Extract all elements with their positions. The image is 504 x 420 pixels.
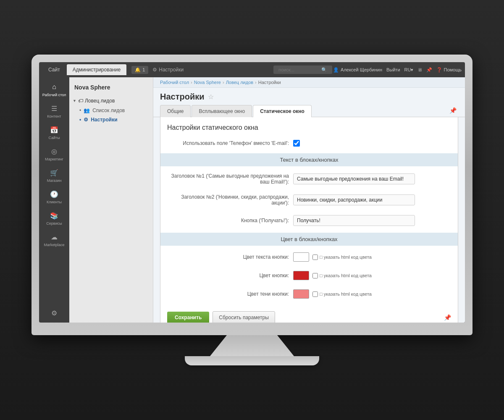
sidebar-item-settings[interactable]: ⚙ (39, 305, 69, 321)
sidebar-parent-leads[interactable]: ▼ 🏷 Ловец лидов (69, 96, 153, 106)
pin-bottom-icon: 📌 (444, 314, 451, 321)
sidebar-item-sites[interactable]: 📅 Сайты (39, 122, 69, 143)
tab-general[interactable]: Общие (160, 105, 191, 117)
monitor-screen: Сайт Администрирование 🔔 1 ⚙ Настройки (39, 62, 465, 323)
sidebar-item-marketing[interactable]: ◎ Маркетинг (39, 143, 69, 165)
sidebar-child-label-settings: Настройки (91, 117, 117, 123)
title2-value (293, 194, 451, 205)
text-color-row: Цвет текста кнопки: □ указать html код ц… (167, 250, 451, 264)
text-color-html-text: □ указать html код цвета (320, 255, 372, 260)
sidebar-item-services[interactable]: 📚 Сервисы (39, 207, 69, 229)
breadcrumb-novasphere[interactable]: Nova Sphere (194, 80, 221, 85)
bullet-icon: • (79, 108, 81, 113)
shadow-color-label: Цвет тени кнопки: (167, 291, 293, 297)
breadcrumb-leads[interactable]: Ловец лидов (226, 80, 253, 85)
reset-button[interactable]: Сбросить параметры (213, 311, 275, 323)
sidebar-item-marketplace[interactable]: ☁ Marketplace (39, 229, 69, 250)
tab-popup[interactable]: Всплывающее окно (192, 105, 252, 117)
title2-label: Заголовок №2 ('Новинки, скидки, распрода… (167, 194, 293, 206)
nav-right: 👤 Алексей Щербинин Выйти RU▾ 🖥 📌 ❓ Помощ… (333, 67, 462, 73)
shadow-color-html-label: □ указать html код цвета (312, 291, 372, 297)
sidebar-parent-label: Ловец лидов (85, 98, 115, 104)
color-section-header: Цвет в блоках/кнопках (160, 233, 458, 246)
shadow-color-row: Цвет тени кнопки: □ указать html код цве… (167, 287, 451, 301)
sidebar-child-label-list: Список лидов (92, 108, 125, 113)
sidebar-secondary-title: Nova Sphere (69, 81, 153, 95)
user-icon: 👤 (333, 67, 339, 73)
nav-settings-link[interactable]: ⚙ Настройки (152, 67, 184, 73)
app-container: Сайт Администрирование 🔔 1 ⚙ Настройки (39, 62, 465, 323)
sidebar-item-shop[interactable]: 🛒 Магазин (39, 165, 69, 186)
marketplace-icon: ☁ (50, 232, 59, 242)
tab-static[interactable]: Статическое окно (253, 105, 312, 117)
page-header: Настройки ☆ (153, 88, 465, 104)
sidebar-icon-label-sites: Сайты (48, 136, 60, 140)
title1-value (293, 173, 451, 184)
text-color-checkbox[interactable] (312, 255, 318, 260)
button-color-checkbox[interactable] (312, 273, 318, 278)
tabs-bar: Общие Всплывающее окно Статическое окно … (153, 104, 465, 117)
content-icon: ☰ (50, 104, 59, 113)
button-color-swatch[interactable] (293, 271, 309, 280)
phone-checkbox-value (293, 140, 451, 147)
button-color-html-label: □ указать html код цвета (312, 273, 372, 278)
users-icon: 👥 (84, 108, 90, 113)
help-icon: ❓ (436, 67, 442, 72)
tab-admin[interactable]: Администрирование (67, 64, 126, 75)
breadcrumb-current: Настройки (258, 80, 281, 85)
top-nav: Сайт Администрирование 🔔 1 ⚙ Настройки (39, 62, 465, 77)
text-color-swatch[interactable] (293, 252, 309, 262)
sidebar-item-clients[interactable]: 🕐 Клиенты (39, 186, 69, 207)
sidebar-icon-label-desktop: Рабочий стол (42, 93, 66, 97)
pin-nav-icon: 📌 (426, 67, 432, 73)
shadow-color-checkbox[interactable] (312, 291, 318, 297)
sidebar-icon-label-clients: Клиенты (47, 200, 62, 204)
exit-button[interactable]: Выйти (386, 67, 400, 72)
user-name: Алексей Щербинин (341, 67, 382, 72)
button-color-value: □ указать html код цвета (293, 271, 451, 280)
sidebar-child-leads-list[interactable]: • 👥 Список лидов (69, 106, 153, 115)
sidebar-icon-label-marketplace: Marketplace (44, 243, 64, 247)
gear-icon: ⚙ (152, 67, 157, 73)
save-button[interactable]: Сохранить (167, 312, 209, 323)
title1-row: Заголовок №1 ('Самые выгодные предложени… (167, 171, 451, 187)
button-label-value (293, 215, 451, 226)
sidebar-item-desktop[interactable]: ⌂ Рабочий стол (39, 79, 69, 100)
sidebar-group-leads: ▼ 🏷 Ловец лидов • 👥 Список лидов • (69, 95, 153, 125)
phone-checkbox-input[interactable] (293, 140, 300, 147)
sidebar-child-settings[interactable]: • ⚙ Настройки (69, 115, 153, 124)
shadow-color-swatch[interactable] (293, 289, 309, 299)
nav-notifications[interactable]: 🔔 1 (131, 66, 148, 74)
sites-icon: 📅 (50, 125, 59, 134)
settings-gear-icon: ⚙ (50, 308, 59, 318)
bullet-active-icon: • (79, 117, 81, 123)
language-selector[interactable]: RU▾ (404, 67, 414, 73)
breadcrumb-sep-1: › (191, 80, 192, 85)
button-label-row: Кнопка ('Получать!'): (167, 213, 451, 228)
search-input[interactable] (275, 66, 321, 74)
phone-checkbox-label: Использовать поле 'Телефон' вместо 'E-ma… (167, 140, 293, 146)
breadcrumb-desktop[interactable]: Рабочий стол (160, 80, 189, 85)
title2-input[interactable] (293, 194, 415, 205)
monitor-base (185, 356, 319, 365)
search-container: 🔍 (273, 66, 332, 74)
button-label-input[interactable] (293, 215, 415, 226)
tab-site[interactable]: Сайт (42, 64, 66, 75)
button-color-row: Цвет кнопки: □ указать html код цвета (167, 268, 451, 283)
shadow-color-html-text: □ указать html код цвета (320, 291, 372, 297)
title1-input[interactable] (293, 173, 415, 184)
sidebar-icon-label-marketing: Маркетинг (45, 157, 63, 161)
sidebar-item-content[interactable]: ☰ Контент (39, 100, 69, 122)
breadcrumb-sep-3: › (255, 80, 257, 85)
favorite-star-icon[interactable]: ☆ (208, 93, 214, 101)
help-button[interactable]: ❓ Помощь (436, 67, 462, 73)
text-color-value: □ указать html код цвета (293, 252, 451, 262)
shop-icon: 🛒 (50, 168, 59, 177)
sidebar-icon-label-shop: Магазин (47, 178, 62, 183)
button-label-label: Кнопка ('Получать!'): (167, 218, 293, 223)
notification-count: 1 (142, 67, 145, 72)
text-color-label: Цвет текста кнопки: (167, 254, 293, 260)
help-label: Помощь (444, 67, 462, 72)
pin-tab-icon: 📌 (448, 104, 458, 117)
button-color-html-text: □ указать html код цвета (320, 273, 372, 278)
